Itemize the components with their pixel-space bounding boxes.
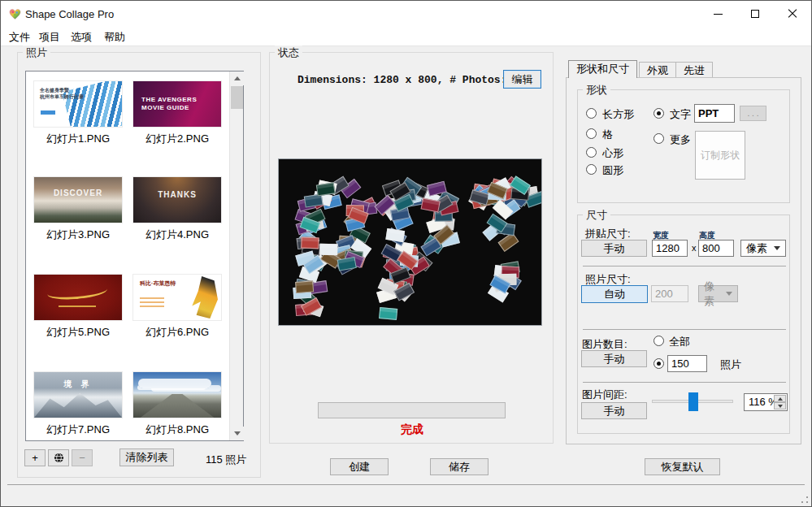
radio-more[interactable] <box>654 133 664 144</box>
photo-thumbnail-2[interactable]: THE AVENGERSMOVIE GUIDE <box>133 81 221 127</box>
photo-list-scrollbar[interactable] <box>229 72 243 440</box>
radio-circle[interactable] <box>586 164 597 175</box>
times-label: x <box>692 243 697 253</box>
scroll-up-button[interactable] <box>230 72 244 85</box>
collage-unit-combo[interactable]: 像素 <box>740 240 786 257</box>
size-groupbox: 尺寸 拼贴尺寸: 手动 宽度 x 高度 像素 照片尺寸: 自动 像素 <box>577 214 790 434</box>
collage-preview-frame <box>278 158 542 326</box>
photo-caption-6: 幻灯片6.PNG <box>125 325 229 340</box>
photo-caption-4: 幻灯片4.PNG <box>125 228 229 242</box>
photo-caption-2: 幻灯片2.PNG <box>125 132 229 146</box>
radio-grid[interactable] <box>586 128 597 139</box>
add-web-photos-button[interactable] <box>48 449 69 466</box>
width-input[interactable] <box>652 240 688 257</box>
create-button[interactable]: 创建 <box>330 458 389 475</box>
photo-thumbnail-8[interactable] <box>133 372 221 418</box>
radio-rectangle-label: 长方形 <box>602 107 634 122</box>
photo-count-input[interactable] <box>667 355 707 372</box>
status-groupbox: 状态 Dimensions: 1280 x 800, # Photos: 150… <box>269 52 554 444</box>
photo-thumbnail-6[interactable]: 科比·布莱恩特 <box>133 275 221 320</box>
slide8-cloud-shape <box>138 379 211 388</box>
radio-all-label: 全部 <box>669 335 690 349</box>
shape-size-tab-panel: 形状 长方形 格 心形 圆形 文字 . . . 更多 订制形状 尺寸 拼贴尺寸:… <box>566 77 801 444</box>
scrollbar-thumb[interactable] <box>231 86 243 109</box>
photo-caption-7: 幻灯片7.PNG <box>26 422 130 437</box>
photo-size-auto-button[interactable]: 自动 <box>581 285 648 303</box>
height-input[interactable] <box>698 240 734 257</box>
menu-help[interactable]: 帮助 <box>101 29 128 45</box>
spacing-increment-button[interactable] <box>774 395 786 402</box>
scroll-down-button[interactable] <box>230 427 244 440</box>
tab-shape-and-size[interactable]: 形状和尺寸 <box>568 60 637 78</box>
save-button[interactable]: 储存 <box>430 458 489 475</box>
spacing-slider-handle[interactable] <box>688 392 698 411</box>
edit-button[interactable]: 编辑 <box>503 70 541 89</box>
radio-grid-label: 格 <box>602 128 613 142</box>
slide5-calligraphy-shape <box>46 282 107 301</box>
window-title: Shape Collage Pro <box>25 8 114 20</box>
photo-size-unit-combo[interactable]: 像素 <box>698 285 738 302</box>
photo-thumbnail-1[interactable]: 全名健身季暨杭州市单车骑行比赛 <box>34 81 122 127</box>
slide6-player-shape <box>182 276 218 318</box>
slide5-subtitle-shape <box>59 306 96 307</box>
slide8-road-shape <box>133 394 221 418</box>
radio-text-label: 文字 <box>670 107 691 122</box>
tab-appearance[interactable]: 外观 <box>639 62 676 78</box>
close-button[interactable] <box>774 1 811 27</box>
photo-size-input[interactable] <box>651 285 688 302</box>
remove-photo-button[interactable]: − <box>72 449 93 466</box>
radio-more-label: 更多 <box>670 132 691 147</box>
restore-defaults-button[interactable]: 恢复默认 <box>645 458 720 475</box>
dimensions-text: Dimensions: 1280 x 800, # Photos: 150 <box>297 74 532 86</box>
radio-heart[interactable] <box>586 147 597 158</box>
spacing-decrement-button[interactable] <box>774 402 786 410</box>
radio-text[interactable] <box>654 108 664 119</box>
size-legend: 尺寸 <box>583 208 610 223</box>
photos-groupbox: 照片 全名健身季暨杭州市单车骑行比赛 幻灯片1.PNG THE AVENGERS… <box>17 52 261 478</box>
progress-bar <box>318 402 506 418</box>
radio-count-photos[interactable] <box>654 358 664 369</box>
radio-rectangle[interactable] <box>586 108 597 119</box>
slide2-text-line2: MOVIE GUIDE <box>141 104 189 111</box>
minimize-button[interactable] <box>699 1 736 27</box>
collage-size-manual-button[interactable]: 手动 <box>581 240 647 257</box>
add-photos-button[interactable]: + <box>24 449 46 466</box>
app-window: Shape Collage Pro 文件 项目 选项 帮助 照片 全名健身季暨杭… <box>0 0 812 507</box>
clear-list-button[interactable]: 清除列表 <box>119 448 174 466</box>
photo-count-manual-button[interactable]: 手动 <box>581 350 647 367</box>
status-strip-separator <box>7 484 805 485</box>
photo-count-text: 115 照片 <box>206 453 246 467</box>
maximize-icon <box>751 10 759 18</box>
shape-text-input[interactable] <box>694 104 735 123</box>
scroll-down-icon <box>234 431 241 436</box>
scroll-up-icon <box>234 76 241 80</box>
title-bar: Shape Collage Pro <box>1 1 811 27</box>
photo-size-unit-value: 像素 <box>704 280 721 309</box>
slide6-stats-shape <box>140 296 164 307</box>
slide7-text: 境 界 <box>34 379 122 390</box>
tab-advanced[interactable]: 先进 <box>675 62 713 78</box>
globe-icon <box>53 452 65 464</box>
photo-thumbnail-3[interactable]: DISCOVER <box>34 177 122 223</box>
combo-arrow-icon <box>774 246 780 250</box>
menu-project[interactable]: 项目 <box>36 29 63 45</box>
photo-list[interactable]: 全名健身季暨杭州市单车骑行比赛 幻灯片1.PNG THE AVENGERSMOV… <box>25 71 244 441</box>
spacing-manual-button[interactable]: 手动 <box>581 402 647 419</box>
radio-all-photos[interactable] <box>654 336 664 346</box>
photo-caption-1: 幻灯片1.PNG <box>26 132 130 146</box>
combo-arrow-icon <box>726 292 732 296</box>
resize-grip[interactable] <box>801 496 809 504</box>
menu-file[interactable]: 文件 <box>6 29 33 45</box>
slide1-text-line1: 全名健身季暨 <box>40 88 69 93</box>
photo-thumbnail-5[interactable] <box>34 275 122 320</box>
custom-shape-box[interactable]: 订制形状 <box>695 131 745 180</box>
menu-options[interactable]: 选项 <box>67 29 95 45</box>
photo-caption-5: 幻灯片5.PNG <box>26 325 130 340</box>
spacing-spinner: 116 % <box>744 393 788 411</box>
photo-thumbnail-4[interactable]: THANKS <box>133 177 221 223</box>
browse-shape-button[interactable]: . . . <box>740 106 766 121</box>
maximize-button[interactable] <box>736 1 774 27</box>
photo-thumbnail-7[interactable]: 境 界 <box>34 372 122 418</box>
photos-legend: 照片 <box>23 46 50 60</box>
status-done-text: 完成 <box>270 422 554 437</box>
